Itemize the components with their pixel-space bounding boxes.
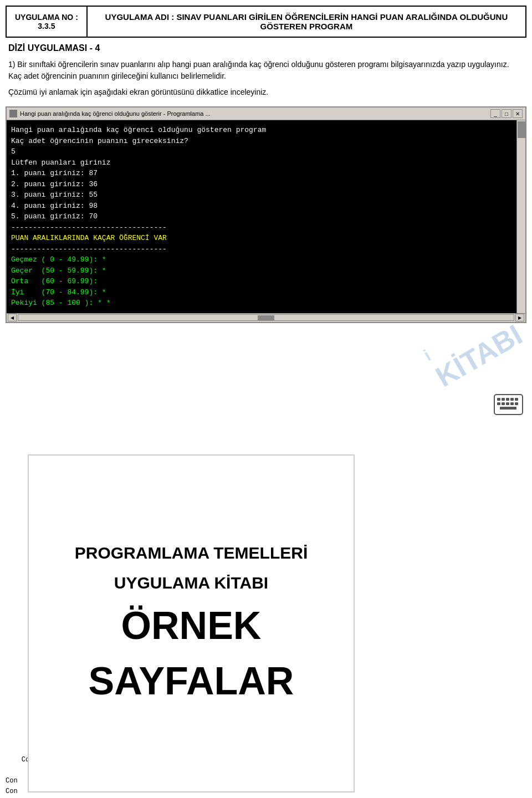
svg-rect-6 — [497, 402, 500, 405]
main-content: DİZİ UYGULAMASI - 4 1) Bir sınıftaki öğr… — [8, 43, 524, 98]
scrollbar-thumb[interactable] — [518, 121, 525, 138]
svg-rect-9 — [510, 402, 514, 405]
scroll-left-button[interactable]: ◀ — [8, 314, 17, 321]
horizontal-scrollbar-thumb[interactable] — [258, 315, 274, 321]
header-app-title: UYGULAMA ADI : SINAV PUANLARI GİRİLEN ÖĞ… — [88, 7, 525, 37]
terminal-window: Hangi puan aralığında kaç öğrenci olduğu… — [6, 106, 526, 323]
keyboard-icon — [493, 393, 521, 413]
terminal-controls[interactable]: _ □ ✕ — [490, 109, 523, 118]
close-button[interactable]: ✕ — [513, 109, 523, 118]
section-title: DİZİ UYGULAMASI - 4 — [8, 43, 524, 53]
book-title-1: PROGRAMLAMA TEMELLERİ — [75, 544, 308, 562]
maximize-button[interactable]: □ — [502, 109, 511, 118]
terminal-icon — [9, 110, 17, 117]
svg-rect-1 — [497, 398, 500, 401]
svg-rect-11 — [500, 407, 516, 410]
svg-rect-7 — [502, 402, 505, 405]
terminal-title-text: Hangi puan aralığında kaç öğrenci olduğu… — [20, 110, 211, 117]
minimize-button[interactable]: _ — [490, 109, 500, 118]
terminal-scrollbar[interactable] — [516, 120, 525, 313]
svg-rect-3 — [506, 398, 509, 401]
book-title-4: SAYFALAR — [89, 659, 294, 703]
book-title-2: UYGULAMA KİTABI — [114, 574, 268, 592]
terminal-body: Hangi puan aralığında kaç öğrenci olduğu… — [7, 120, 525, 313]
book-title-3: ÖRNEK — [121, 603, 262, 648]
svg-rect-4 — [510, 398, 514, 401]
header-app-number: UYGULAMA NO : 3.3.5 — [7, 7, 88, 37]
header: UYGULAMA NO : 3.3.5 UYGULAMA ADI : SINAV… — [6, 6, 526, 38]
horizontal-scrollbar-track[interactable] — [18, 314, 514, 321]
paragraph2: Çözümü iyi anlamak için aşağıdaki ekran … — [8, 86, 524, 98]
svg-rect-10 — [515, 402, 518, 405]
book-cover: PROGRAMLAMA TEMELLERİ UYGULAMA KİTABI ÖR… — [28, 454, 355, 792]
svg-rect-2 — [502, 398, 505, 401]
svg-rect-8 — [506, 402, 509, 405]
scroll-right-button[interactable]: ▶ — [515, 314, 524, 321]
terminal-title-area: Hangi puan aralığında kaç öğrenci olduğu… — [9, 110, 211, 117]
svg-rect-5 — [515, 398, 518, 401]
terminal-output: Hangi puan aralığında kaç öğrenci olduğu… — [11, 125, 521, 309]
terminal-bottom-bar: ◀ ▶ — [7, 313, 525, 322]
paragraph1: 1) Bir sınıftaki öğrencilerin sınav puan… — [8, 59, 524, 82]
terminal-titlebar: Hangi puan aralığında kaç öğrenci olduğu… — [7, 108, 525, 120]
